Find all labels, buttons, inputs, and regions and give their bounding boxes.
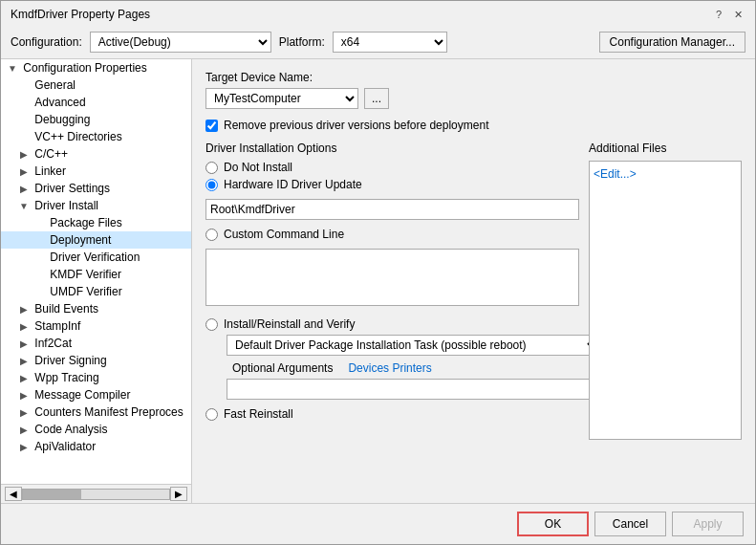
title-bar-controls: ? ✕ [711, 7, 745, 22]
sidebar-item-driver-signing[interactable]: ▶ Driver Signing [1, 352, 191, 369]
sidebar-item-debugging[interactable]: Debugging [1, 111, 191, 128]
radio-do-not-install[interactable] [205, 162, 218, 174]
radio-custom-command-row: Custom Command Line [205, 228, 579, 241]
ok-button[interactable]: OK [517, 512, 589, 536]
sidebar-item-code-analysis[interactable]: ▶ Code Analysis [1, 421, 191, 438]
dialog-window: KmdfDriver Property Pages ? ✕ Configurat… [0, 0, 756, 545]
left-column: Driver Installation Options Do Not Insta… [205, 142, 579, 421]
sidebar-item-deployment[interactable]: Deployment [1, 231, 191, 249]
radio-group: Do Not Install Hardware ID Driver Update… [205, 161, 579, 310]
additional-files-edit[interactable]: <Edit...> [594, 165, 737, 183]
sidebar-item-driver-verification[interactable]: Driver Verification [1, 249, 191, 266]
config-label: Configuration: [11, 35, 82, 49]
sidebar-item-driver-settings[interactable]: ▶ Driver Settings [1, 180, 191, 197]
fast-reinstall-row: Fast Reinstall [205, 407, 579, 421]
platform-label: Platform: [279, 35, 325, 49]
sidebar-item-counters-manifest[interactable]: ▶ Counters Manifest Preproces [1, 403, 191, 421]
config-manager-button[interactable]: Configuration Manager... [599, 32, 745, 53]
target-device-label: Target Device Name: [205, 71, 742, 84]
radio-hardware-id-row: Hardware ID Driver Update [205, 178, 579, 191]
browse-button[interactable]: ... [364, 88, 389, 109]
main-content: ▼ Configuration Properties General Advan… [1, 59, 755, 503]
right-panel: Target Device Name: MyTestComputer ... R… [192, 59, 755, 503]
scroll-right-button[interactable]: ▶ [170, 487, 187, 501]
sidebar: ▼ Configuration Properties General Advan… [1, 59, 192, 503]
reinstall-row: Install/Reinstall and Verify [205, 317, 579, 331]
sidebar-item-general[interactable]: General [1, 76, 191, 94]
radio-fast-reinstall[interactable] [205, 408, 218, 421]
sidebar-item-driver-install[interactable]: ▼ Driver Install [1, 197, 191, 214]
fast-reinstall-label: Fast Reinstall [224, 407, 293, 421]
install-task-select[interactable]: Default Driver Package Installation Task… [227, 335, 600, 356]
radio-reinstall[interactable] [205, 318, 218, 331]
sidebar-item-build-events[interactable]: ▶ Build Events [1, 300, 191, 317]
reinstall-label: Install/Reinstall and Verify [224, 317, 355, 331]
driver-install-options-label: Driver Installation Options [205, 142, 579, 155]
sidebar-item-advanced[interactable]: Advanced [1, 94, 191, 111]
devices-link[interactable]: Devices [348, 361, 389, 375]
two-column-layout: Driver Installation Options Do Not Insta… [205, 142, 742, 421]
remove-label: Remove previous driver versions before d… [224, 119, 488, 132]
remove-checkbox-row: Remove previous driver versions before d… [205, 119, 742, 132]
optional-arguments-label: Optional Arguments [232, 361, 333, 375]
hardware-id-input[interactable] [205, 199, 579, 220]
custom-command-textarea[interactable] [205, 249, 579, 306]
radio-custom-command[interactable] [205, 229, 218, 241]
sidebar-item-stampinf[interactable]: ▶ StampInf [1, 317, 191, 335]
config-select[interactable]: Active(Debug) [90, 32, 271, 53]
sidebar-item-config-properties[interactable]: ▼ Configuration Properties [1, 59, 191, 76]
sidebar-scrollbar[interactable] [22, 489, 170, 500]
sidebar-item-vc-directories[interactable]: VC++ Directories [1, 128, 191, 145]
scroll-left-button[interactable]: ◀ [5, 487, 22, 501]
additional-files-box: <Edit...> [589, 161, 742, 440]
sidebar-item-linker[interactable]: ▶ Linker [1, 163, 191, 180]
radio-do-not-install-row: Do Not Install [205, 161, 579, 174]
config-bar: Configuration: Active(Debug) Platform: x… [1, 26, 755, 59]
sidebar-item-message-compiler[interactable]: ▶ Message Compiler [1, 386, 191, 403]
printers-link[interactable]: Printers [392, 361, 431, 375]
remove-checkbox[interactable] [205, 120, 218, 132]
sidebar-item-cpp[interactable]: ▶ C/C++ [1, 145, 191, 163]
sidebar-item-package-files[interactable]: Package Files [1, 214, 191, 231]
expander-config-properties: ▼ [5, 63, 20, 74]
help-button[interactable]: ? [711, 7, 726, 22]
close-button[interactable]: ✕ [730, 7, 745, 22]
radio-do-not-install-label: Do Not Install [224, 161, 292, 174]
scrollbar-thumb [23, 490, 81, 499]
sidebar-item-apivalidator[interactable]: ▶ ApiValidator [1, 438, 191, 455]
target-device-row: MyTestComputer ... [205, 88, 742, 109]
apply-button[interactable]: Apply [672, 512, 744, 536]
sidebar-item-umdf-verifier[interactable]: UMDF Verifier [1, 283, 191, 300]
optional-row: Optional Arguments Devices Printers [205, 361, 579, 375]
cancel-button[interactable]: Cancel [594, 512, 666, 536]
additional-files-label: Additional Files [589, 142, 742, 155]
sidebar-item-inf2cat[interactable]: ▶ Inf2Cat [1, 335, 191, 352]
window-title: KmdfDriver Property Pages [11, 8, 150, 21]
radio-hardware-id[interactable] [205, 179, 218, 191]
target-device-select[interactable]: MyTestComputer [205, 88, 358, 109]
optional-arguments-input[interactable] [227, 379, 600, 400]
sidebar-item-kmdf-verifier[interactable]: KMDF Verifier [1, 266, 191, 283]
radio-hardware-id-label: Hardware ID Driver Update [224, 178, 362, 191]
bottom-bar: OK Cancel Apply [1, 503, 755, 544]
sidebar-scrollbar-area: ◀ ▶ [1, 484, 191, 503]
sidebar-item-wpp-tracing[interactable]: ▶ Wpp Tracing [1, 369, 191, 386]
platform-select[interactable]: x64 [333, 32, 447, 53]
radio-custom-command-label: Custom Command Line [224, 228, 344, 241]
right-column: Additional Files <Edit...> [589, 142, 742, 421]
target-device-group: Target Device Name: MyTestComputer ... [205, 71, 742, 109]
title-bar: KmdfDriver Property Pages ? ✕ [1, 1, 755, 26]
